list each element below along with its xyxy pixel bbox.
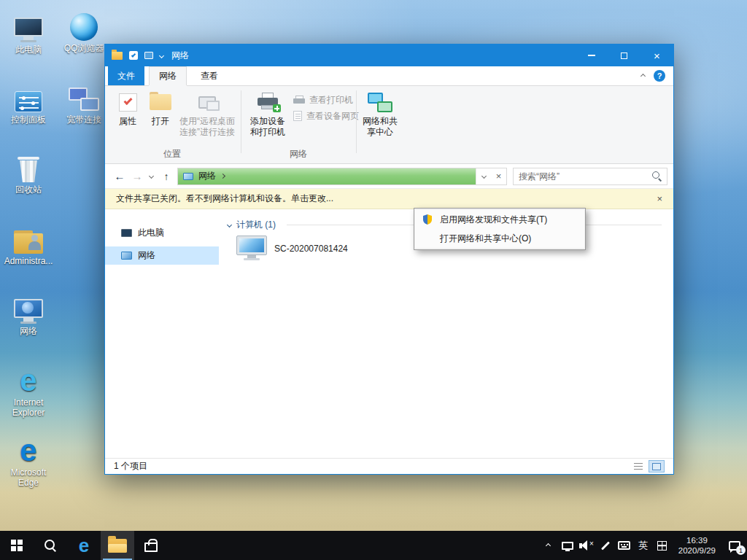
search-icon [44,540,56,551]
desktop-icon-label: Microsoft Edge [1,467,56,488]
search-icon [652,171,662,181]
desktop-icon-label: 网络 [20,326,37,336]
tray-ime-mode-button[interactable] [653,531,672,560]
tray-network-button[interactable] [558,531,577,560]
remote-desktop-button[interactable]: 使用“远程桌面连接”进行连接 [177,90,238,138]
ime-language-label: 英 [638,539,648,552]
network-sharing-center-button[interactable]: 网络和共享中心 [362,90,398,138]
forward-button[interactable]: → [128,170,146,182]
desktop-icon-internet-explorer[interactable]: e Internet Explorer [1,363,56,418]
control-panel-icon [15,80,42,112]
desktop-icon-label: Internet Explorer [1,397,56,418]
qat-properties-icon[interactable] [129,51,138,60]
qat-dropdown-icon[interactable] [159,52,164,58]
taskbar-store-button[interactable] [134,531,168,560]
touch-keyboard-icon [618,541,630,550]
view-device-webpage-button[interactable]: 查看设备网页 [293,109,359,123]
properties-button[interactable]: 属性 [112,90,143,127]
uac-shield-icon [422,214,433,225]
desktop-icon-this-pc[interactable]: 此电脑 [1,10,56,55]
printer-small-icon [293,96,305,105]
group-collapse-icon[interactable] [227,222,232,228]
nav-item-this-pc[interactable]: 此电脑 [105,224,219,242]
ime-grid-icon [657,541,667,551]
desktop-icon-label: 宽带连接 [66,114,101,125]
desktop-icon-broadband[interactable]: 宽带连接 [56,80,112,125]
up-button[interactable]: ↑ [157,171,176,182]
action-center-button[interactable]: 1 [722,531,747,560]
network-icon [14,292,43,324]
desktop-icon-label: QQ浏览器 [64,43,104,53]
close-button[interactable]: × [640,44,673,66]
desktop-icon-label: 此电脑 [15,44,42,55]
desktop-icon-control-panel[interactable]: 控制面板 [1,80,56,125]
taskbar-search-button[interactable] [34,531,67,560]
desktop-icon-qq-browser[interactable]: QQ浏览器 [56,9,112,53]
tab-file[interactable]: 文件 [108,66,144,85]
large-icons-view-button[interactable] [649,460,665,472]
desktop-icon-microsoft-edge[interactable]: e Microsoft Edge [1,433,56,488]
computer-item[interactable]: SC-202007081424 [236,236,348,261]
taskbar-clock[interactable]: 16:39 2020/9/29 [672,535,722,556]
explorer-app-icon[interactable] [112,52,123,60]
explorer-window: 网络 × 文件 网络 查看 ? 属性 打开 [104,44,674,475]
address-bar[interactable]: 网络 × [177,168,507,185]
desktop-icon-network[interactable]: 网络 [1,292,56,336]
tray-pen-button[interactable] [596,531,615,560]
breadcrumb-chevron-icon[interactable] [220,174,225,179]
desktop-icon-administrator[interactable]: Administra... [1,222,56,266]
menu-item-enable-discovery[interactable]: 启用网络发现和文件共享(T) [415,210,584,229]
this-pc-mini-icon [121,229,132,237]
network-mini-icon [183,173,193,180]
file-explorer-icon [108,539,127,553]
volume-muted-icon: × [579,540,594,551]
this-pc-icon [14,10,43,42]
system-tray: × 英 16:39 2020/9/29 1 [539,531,747,560]
network-status-icon [562,542,573,550]
minimize-button[interactable] [575,44,608,66]
search-input[interactable] [519,171,648,182]
start-button[interactable] [0,531,34,560]
desktop-icon-label: 回收站 [15,184,42,195]
tray-language-button[interactable]: 英 [634,531,653,560]
taskbar-explorer-button[interactable] [101,531,134,560]
collapse-ribbon-icon[interactable] [640,73,646,78]
view-printers-button[interactable]: 查看打印机 [293,93,353,107]
desktop-icon-recycle-bin[interactable]: 回收站 [1,150,56,195]
details-view-button[interactable] [630,460,646,472]
internet-explorer-icon: e [20,363,36,395]
open-button[interactable]: 打开 [146,90,175,127]
tab-network[interactable]: 网络 [149,66,187,85]
tray-keyboard-button[interactable] [615,531,634,560]
recent-locations-dropdown[interactable] [146,174,157,178]
back-button[interactable]: ← [111,170,128,182]
breadcrumb-network[interactable]: 网络 [198,170,216,182]
nav-item-network[interactable]: 网络 [105,246,219,265]
title-bar[interactable]: 网络 × [105,44,673,66]
menu-item-open-sharing-center[interactable]: 打开网络和共享中心(O) [415,229,584,248]
search-box[interactable] [513,168,667,185]
ribbon-group-network-label: 网络 [241,148,356,160]
stop-refresh-button[interactable]: × [491,168,506,184]
navigation-pane: 此电脑 网络 [105,209,219,458]
notification-dropdown-menu: 启用网络发现和文件共享(T) 打开网络和共享中心(O) [414,208,586,250]
notification-badge: 1 [736,545,746,555]
taskbar-edge-button[interactable]: e [67,531,101,560]
printer-add-icon [257,90,279,114]
notification-close-icon[interactable]: × [657,193,662,204]
chevron-up-icon [546,542,551,548]
tab-view[interactable]: 查看 [191,66,228,85]
maximize-button[interactable] [608,44,640,66]
qq-browser-icon [70,9,98,41]
notification-message[interactable]: 文件共享已关闭。看不到网络计算机和设备。单击更改... [116,192,333,205]
tray-volume-button[interactable]: × [577,531,596,560]
address-history-dropdown[interactable] [476,168,491,184]
details-view-icon [634,463,643,470]
help-button[interactable]: ? [654,70,665,82]
breadcrumb[interactable]: 网络 [178,168,230,184]
add-devices-button[interactable]: 添加设备和打印机 [248,90,287,138]
remote-desktop-icon [198,90,216,114]
qat-new-folder-icon[interactable] [144,52,153,59]
show-hidden-icons-button[interactable] [539,531,558,560]
notification-bar[interactable]: 文件共享已关闭。看不到网络计算机和设备。单击更改... × [105,189,673,209]
